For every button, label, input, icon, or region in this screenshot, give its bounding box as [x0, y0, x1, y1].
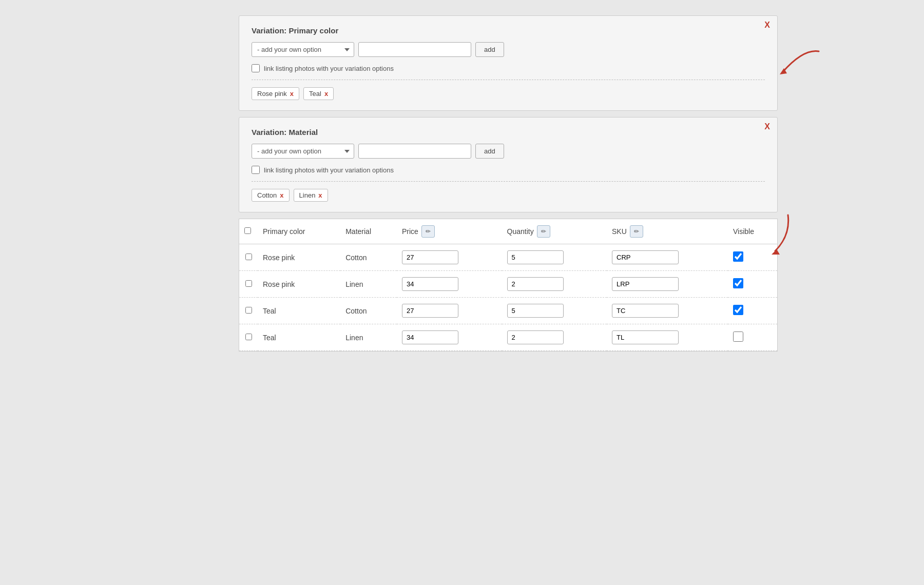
row-sku-cell — [607, 298, 728, 324]
variation2-divider — [252, 181, 765, 182]
variation2-add-button[interactable]: add — [475, 144, 504, 159]
row-checkbox[interactable] — [245, 307, 252, 314]
variation2-close-button[interactable]: X — [764, 123, 770, 131]
variations-table: Primary color Material Price ✏ — [239, 219, 777, 351]
row-color: Teal — [258, 298, 340, 324]
row-qty-cell — [502, 244, 607, 271]
row-checkbox[interactable] — [245, 254, 252, 260]
variation1-option-input[interactable] — [358, 42, 471, 57]
variation1-divider — [252, 80, 765, 80]
th-material: Material — [340, 219, 397, 244]
th-primary-color: Primary color — [258, 219, 340, 244]
table-header-row: Primary color Material Price ✏ — [239, 219, 777, 244]
variation1-tags: Rose pink x Teal x — [252, 87, 765, 100]
variation1-add-row: - add your own option add — [252, 42, 765, 57]
row-price-cell — [397, 324, 502, 351]
tag-rose-pink: Rose pink x — [252, 87, 299, 100]
row-sku-input[interactable] — [612, 277, 679, 291]
row-color: Teal — [258, 324, 340, 351]
row-price-cell — [397, 271, 502, 298]
variation1-link-photos-row: link listing photos with your variation … — [252, 64, 765, 72]
row-price-input[interactable] — [402, 330, 458, 344]
row-material: Linen — [340, 324, 397, 351]
tag-cotton: Cotton x — [252, 189, 290, 202]
variation2-link-photos-label: link listing photos with your variation … — [264, 166, 394, 174]
row-sku-input[interactable] — [612, 330, 679, 344]
variation1-add-button[interactable]: add — [475, 42, 504, 57]
th-price: Price ✏ — [397, 219, 502, 244]
row-visible-cell — [728, 244, 777, 271]
row-qty-cell — [502, 271, 607, 298]
row-material: Linen — [340, 271, 397, 298]
variation2-option-dropdown[interactable]: - add your own option — [252, 144, 354, 159]
row-visible-cell — [728, 271, 777, 298]
row-price-input[interactable] — [402, 250, 458, 264]
row-visible-checkbox[interactable] — [733, 305, 743, 315]
variation1-option-dropdown[interactable]: - add your own option — [252, 42, 354, 57]
variation2-option-input[interactable] — [358, 144, 471, 159]
row-sku-input[interactable] — [612, 304, 679, 318]
row-checkbox[interactable] — [245, 334, 252, 340]
table-row: Rose pink Cotton — [239, 244, 777, 271]
sku-edit-button[interactable]: ✏ — [630, 225, 643, 238]
row-checkbox-cell — [239, 244, 258, 271]
row-sku-cell — [607, 271, 728, 298]
variations-table-section: Primary color Material Price ✏ — [239, 219, 778, 352]
row-qty-cell — [502, 298, 607, 324]
th-sku: SKU ✏ — [607, 219, 728, 244]
tag-teal-remove[interactable]: x — [324, 90, 328, 97]
quantity-edit-button[interactable]: ✏ — [537, 225, 550, 238]
row-qty-input[interactable] — [507, 250, 564, 264]
variation1-close-button[interactable]: X — [764, 21, 770, 29]
row-visible-checkbox[interactable] — [733, 251, 743, 262]
tag-teal: Teal x — [303, 87, 334, 100]
variation2-add-row: - add your own option add — [252, 144, 765, 159]
row-checkbox[interactable] — [245, 280, 252, 287]
th-quantity: Quantity ✏ — [502, 219, 607, 244]
row-visible-checkbox[interactable] — [733, 332, 743, 342]
price-edit-button[interactable]: ✏ — [421, 225, 435, 238]
tag-linen: Linen x — [294, 189, 328, 202]
variation2-tags: Cotton x Linen x — [252, 189, 765, 202]
tag-rose-pink-remove[interactable]: x — [290, 90, 294, 97]
row-visible-cell — [728, 298, 777, 324]
select-all-checkbox[interactable] — [244, 227, 251, 234]
row-qty-input[interactable] — [507, 277, 564, 291]
variation1-link-photos-label: link listing photos with your variation … — [264, 65, 394, 72]
row-checkbox-cell — [239, 271, 258, 298]
row-qty-input[interactable] — [507, 304, 564, 318]
arrow-annotation-1 — [773, 44, 839, 85]
row-material: Cotton — [340, 298, 397, 324]
row-checkbox-cell — [239, 324, 258, 351]
row-price-cell — [397, 244, 502, 271]
row-qty-input[interactable] — [507, 330, 564, 344]
row-sku-input[interactable] — [612, 250, 679, 264]
row-price-input[interactable] — [402, 277, 458, 291]
row-color: Rose pink — [258, 271, 340, 298]
tag-linen-remove[interactable]: x — [318, 192, 322, 199]
row-visible-cell — [728, 324, 777, 351]
row-visible-checkbox[interactable] — [733, 278, 743, 288]
th-visible: Visible — [728, 219, 777, 244]
row-sku-cell — [607, 244, 728, 271]
variation2-link-photos-row: link listing photos with your variation … — [252, 166, 765, 174]
row-price-cell — [397, 298, 502, 324]
variation1-link-photos-checkbox[interactable] — [252, 64, 260, 72]
row-price-input[interactable] — [402, 304, 458, 318]
row-material: Cotton — [340, 244, 397, 271]
variation-card-2: Variation: Material X - add your own opt… — [239, 117, 778, 212]
variation-title-2: Variation: Material — [252, 128, 765, 136]
tag-rose-pink-label: Rose pink — [257, 90, 287, 98]
tag-cotton-label: Cotton — [257, 191, 277, 199]
tag-linen-label: Linen — [299, 191, 316, 199]
table-row: Teal Linen — [239, 324, 777, 351]
variation2-link-photos-checkbox[interactable] — [252, 166, 260, 174]
table-row: Teal Cotton — [239, 298, 777, 324]
variation-title-1: Variation: Primary color — [252, 26, 765, 35]
table-row: Rose pink Linen — [239, 271, 777, 298]
row-color: Rose pink — [258, 244, 340, 271]
row-checkbox-cell — [239, 298, 258, 324]
variation-card-1: Variation: Primary color X - add your ow… — [239, 15, 778, 111]
tag-cotton-remove[interactable]: x — [280, 192, 283, 199]
row-qty-cell — [502, 324, 607, 351]
